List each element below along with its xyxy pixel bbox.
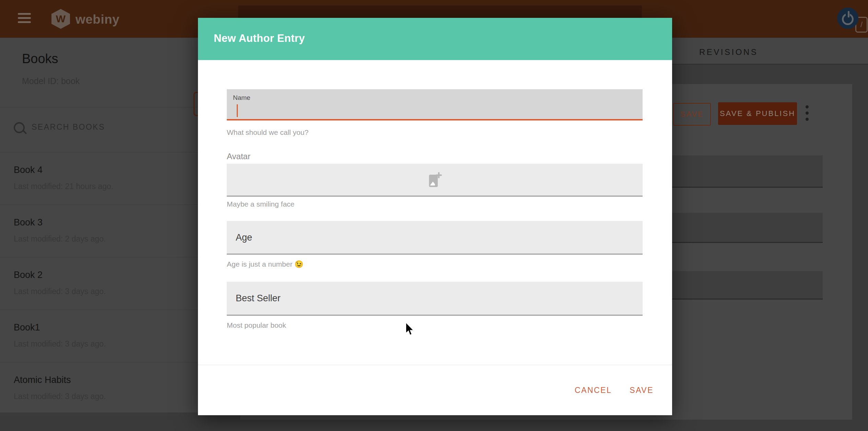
best-seller-field[interactable]: Best Seller [227, 282, 643, 316]
best-seller-placeholder: Best Seller [236, 293, 281, 304]
search-books-icon [14, 122, 25, 133]
brand-wordmark: webiny [75, 12, 119, 27]
save-button-background[interactable]: SAVE [673, 103, 711, 126]
add-image-icon [427, 172, 442, 188]
hamburger-menu-icon[interactable] [18, 13, 31, 25]
book-modified: Last modified: 3 days ago. [14, 339, 106, 349]
book-title: Book 3 [14, 217, 43, 228]
search-books-input[interactable]: SEARCH BOOKS [32, 123, 105, 132]
book-modified: Last modified: 21 hours ago. [14, 182, 113, 191]
book-title: Book 2 [14, 270, 43, 280]
dialog-footer: CANCEL SAVE [198, 365, 672, 415]
webiny-logo-icon[interactable]: W [51, 9, 70, 29]
book-title: Book 4 [14, 165, 43, 175]
avatar-helper-text: Maybe a smiling face [227, 200, 294, 208]
mouse-cursor-icon [405, 322, 415, 336]
avatar-upload-field[interactable] [227, 164, 643, 197]
tab-revisions[interactable]: REVISIONS [699, 47, 758, 57]
dialog-header: New Author Entry [198, 18, 672, 60]
age-helper-text: Age is just a number 😉 [227, 260, 303, 268]
book-title: Book1 [14, 322, 40, 333]
age-field[interactable]: Age [227, 221, 643, 255]
list-item-book-4[interactable]: Book 4 Last modified: 21 hours ago. [0, 152, 198, 205]
list-item-atomic-habits[interactable]: Atomic Habits Last modified: 3 days ago. [0, 362, 198, 415]
cancel-button[interactable]: CANCEL [575, 386, 612, 395]
book-title: Atomic Habits [14, 375, 71, 385]
books-sidebar: Books Model ID: book SEARCH BOOKS Book 4… [0, 38, 198, 412]
age-field-placeholder: Age [236, 232, 252, 243]
model-id-subtitle: Model ID: book [22, 76, 80, 86]
list-item-book1[interactable]: Book1 Last modified: 3 days ago. [0, 310, 198, 362]
best-seller-helper-text: Most popular book [227, 321, 286, 329]
list-item-book-2[interactable]: Book 2 Last modified: 3 days ago. [0, 257, 198, 310]
avatar-field-label: Avatar [227, 152, 250, 161]
new-author-entry-dialog: New Author Entry Name What should we cal… [198, 18, 672, 415]
book-modified: Last modified: 3 days ago. [14, 392, 106, 401]
page-title: Books [22, 51, 58, 66]
save-button[interactable]: SAVE [630, 386, 654, 395]
name-field[interactable]: Name [227, 89, 643, 120]
dialog-title: New Author Entry [214, 32, 305, 45]
kebab-menu-icon[interactable] [806, 105, 809, 122]
user-avatar[interactable] [837, 8, 858, 29]
divider [0, 107, 198, 107]
name-field-label: Name [233, 94, 250, 102]
list-item-book-3[interactable]: Book 3 Last modified: 2 days ago. [0, 205, 198, 257]
text-caret [237, 104, 238, 117]
book-modified: Last modified: 3 days ago. [14, 287, 106, 296]
name-helper-text: What should we call you? [227, 128, 308, 137]
book-modified: Last modified: 2 days ago. [14, 234, 106, 244]
save-and-publish-button[interactable]: SAVE & PUBLISH [718, 102, 797, 125]
